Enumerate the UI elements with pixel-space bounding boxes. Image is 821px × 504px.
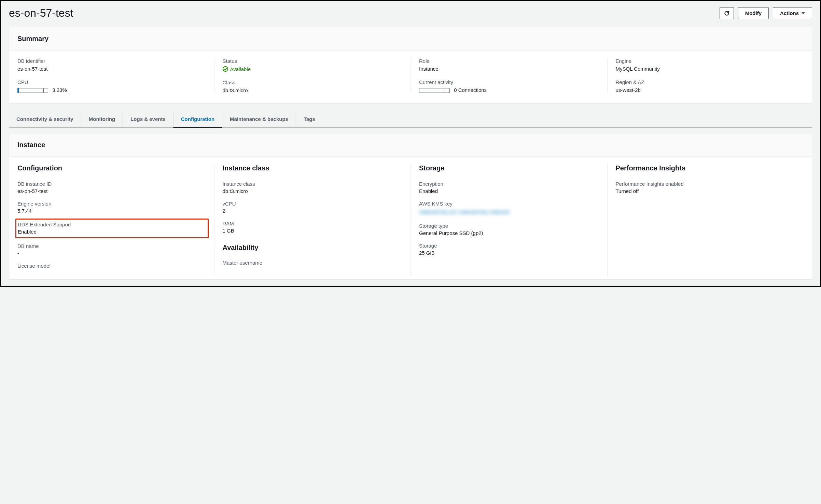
field-label: Status	[223, 58, 403, 64]
field-value: 0 Connections	[419, 87, 599, 93]
tab-monitoring[interactable]: Monitoring	[81, 111, 123, 127]
cpu-bar-fill	[18, 88, 19, 93]
pair-value: General Purpose SSD (gp2)	[419, 230, 599, 236]
col-configuration: Configuration DB instance ID es-on-57-te…	[17, 164, 214, 276]
col-instance-class: Instance class Instance class db.t3.micr…	[214, 164, 411, 276]
page-header: es-on-57-test Modify Actions	[1, 1, 820, 22]
field-label: Role	[419, 58, 599, 64]
heading-instance-class: Instance class	[223, 164, 403, 172]
pair-value: -	[17, 250, 206, 256]
field-region-az: Region & AZ us-west-2b	[616, 79, 796, 93]
highlight-rds-extended-support: RDS Extended Support Enabled	[15, 219, 209, 238]
pair-value: 25 GiB	[419, 250, 599, 256]
pair-label: RAM	[223, 221, 403, 226]
pair-pi-enabled: Performance Insights enabled Turned off	[616, 181, 796, 194]
field-db-identifier: DB identifier es-on-57-test	[17, 58, 206, 72]
pair-value: 2	[223, 208, 403, 214]
pair-instance-class: Instance class db.t3.micro	[223, 181, 403, 194]
page-title: es-on-57-test	[9, 7, 73, 19]
pair-label: Encryption	[419, 181, 599, 187]
pair-value: 1 GB	[223, 228, 403, 234]
pair-engine-version: Engine version 5.7.44	[17, 201, 206, 214]
summary-col-3: Role Instance Current activity 0 Connect…	[410, 58, 607, 93]
cpu-bar	[17, 88, 48, 93]
pair-value: db.t3.micro	[223, 188, 403, 194]
pair-encryption: Encryption Enabled	[419, 181, 599, 194]
field-engine: Engine MySQL Community	[616, 58, 796, 72]
pair-label: License model	[17, 263, 206, 269]
heading-storage: Storage	[419, 164, 599, 172]
tab-label: Monitoring	[89, 116, 115, 122]
field-label: Current activity	[419, 79, 599, 85]
refresh-button[interactable]	[720, 7, 734, 19]
field-value: db.t3.micro	[223, 87, 403, 93]
field-cpu: CPU 3.23%	[17, 79, 206, 93]
col-performance-insights: Performance Insights Performance Insight…	[607, 164, 804, 276]
actions-button[interactable]: Actions	[773, 7, 812, 19]
summary-col-2: Status Available Class db.t3.micro	[214, 58, 411, 93]
tab-connectivity-security[interactable]: Connectivity & security	[9, 111, 81, 127]
field-label: CPU	[17, 79, 206, 85]
summary-panel: Summary DB identifier es-on-57-test CPU	[9, 27, 812, 103]
pair-ram: RAM 1 GB	[223, 221, 403, 234]
tab-label: Logs & events	[130, 116, 166, 122]
field-role: Role Instance	[419, 58, 599, 72]
summary-grid: DB identifier es-on-57-test CPU 3.23%	[9, 51, 812, 103]
pair-label: DB instance ID	[17, 181, 206, 187]
pair-value: Turned off	[616, 188, 796, 194]
field-label: Class	[223, 80, 403, 85]
field-label: Region & AZ	[616, 79, 796, 85]
header-actions: Modify Actions	[720, 7, 812, 19]
actions-button-label: Actions	[780, 10, 799, 16]
tab-configuration[interactable]: Configuration	[173, 111, 222, 128]
check-circle-icon	[223, 66, 228, 72]
field-value: Instance	[419, 66, 599, 72]
field-value: MySQL Community	[616, 66, 796, 72]
heading-availability: Availability	[223, 244, 403, 252]
pair-label: Engine version	[17, 201, 206, 207]
status-value: Available	[230, 66, 251, 72]
pair-label: Storage type	[419, 223, 599, 229]
instance-header: Instance	[9, 134, 812, 157]
tab-label: Tags	[304, 116, 315, 122]
connections-bar	[419, 88, 450, 93]
tab-logs-events[interactable]: Logs & events	[123, 111, 173, 127]
field-label: Engine	[616, 58, 796, 64]
instance-title: Instance	[17, 141, 804, 149]
tab-label: Connectivity & security	[16, 116, 73, 122]
pair-value: es-on-57-test	[17, 188, 206, 194]
col-storage: Storage Encryption Enabled AWS KMS key r…	[410, 164, 607, 276]
heading-performance-insights: Performance Insights	[616, 164, 796, 172]
pair-kms-key: AWS KMS key redacted key arn redacted ke…	[419, 201, 599, 216]
heading-configuration: Configuration	[17, 164, 206, 172]
connections-value: 0 Connections	[454, 87, 487, 93]
pair-license-model: License model	[17, 263, 206, 269]
summary-header: Summary	[9, 27, 812, 51]
tabs: Connectivity & security Monitoring Logs …	[9, 111, 812, 128]
pair-db-instance-id: DB instance ID es-on-57-test	[17, 181, 206, 194]
tab-label: Maintenance & backups	[230, 116, 288, 122]
modify-button[interactable]: Modify	[738, 7, 769, 19]
pair-label: DB name	[17, 243, 206, 249]
summary-col-4: Engine MySQL Community Region & AZ us-we…	[607, 58, 804, 93]
cpu-value: 3.23%	[52, 87, 67, 93]
field-class: Class db.t3.micro	[223, 80, 403, 93]
tab-maintenance-backups[interactable]: Maintenance & backups	[222, 111, 296, 127]
pair-value: 5.7.44	[17, 208, 206, 214]
pair-label: AWS KMS key	[419, 201, 599, 207]
pair-value: Enabled	[419, 188, 599, 194]
cpu-bar-threshold	[43, 88, 44, 93]
pair-vcpu: vCPU 2	[223, 201, 403, 214]
pair-db-name: DB name -	[17, 243, 206, 256]
tab-tags[interactable]: Tags	[296, 111, 323, 127]
pair-master-username: Master username	[223, 260, 403, 266]
tab-label: Configuration	[181, 116, 214, 122]
field-current-activity: Current activity 0 Connections	[419, 79, 599, 93]
field-value: es-on-57-test	[17, 66, 206, 72]
summary-title: Summary	[17, 35, 804, 43]
field-value: 3.23%	[17, 87, 206, 93]
kms-key-redacted: redacted key arn redacted key redacted	[419, 208, 599, 216]
pair-storage-type: Storage type General Purpose SSD (gp2)	[419, 223, 599, 236]
instance-panel: Instance Configuration DB instance ID es…	[9, 133, 812, 279]
pair-label: vCPU	[223, 201, 403, 207]
